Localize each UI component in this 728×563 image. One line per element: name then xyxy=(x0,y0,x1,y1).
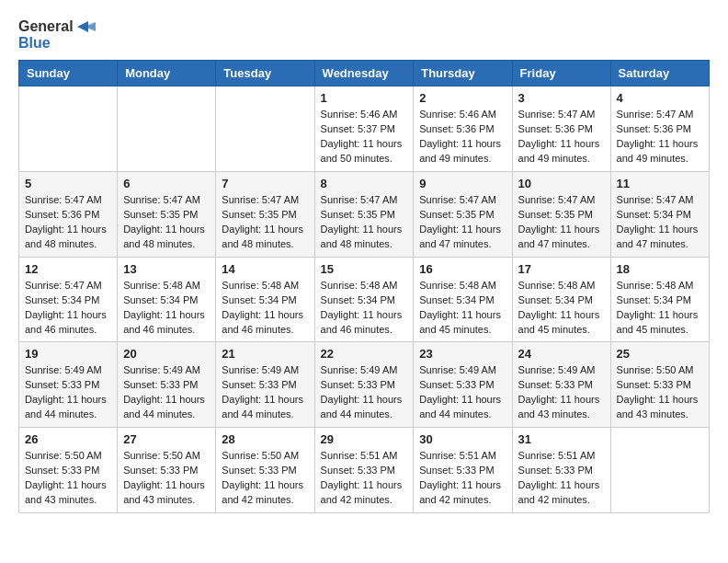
cell-content: Sunrise: 5:47 AMSunset: 5:36 PMDaylight:… xyxy=(518,108,605,167)
sunset-text: Sunset: 5:34 PM xyxy=(222,293,308,308)
cell-content: Sunrise: 5:47 AMSunset: 5:35 PMDaylight:… xyxy=(123,193,210,252)
sunrise-text: Sunrise: 5:48 AM xyxy=(321,279,408,293)
calendar-week-row: 5Sunrise: 5:47 AMSunset: 5:36 PMDaylight… xyxy=(19,171,710,257)
sunrise-text: Sunrise: 5:47 AM xyxy=(518,108,605,122)
day-number: 2 xyxy=(419,91,506,105)
calendar-week-row: 19Sunrise: 5:49 AMSunset: 5:33 PMDayligh… xyxy=(19,342,710,428)
sunrise-text: Sunrise: 5:48 AM xyxy=(617,279,703,293)
sunrise-text: Sunrise: 5:47 AM xyxy=(222,193,308,208)
sunrise-text: Sunrise: 5:47 AM xyxy=(617,108,703,122)
cell-content: Sunrise: 5:48 AMSunset: 5:34 PMDaylight:… xyxy=(518,279,605,338)
sunrise-text: Sunrise: 5:48 AM xyxy=(419,279,506,293)
cell-content: Sunrise: 5:47 AMSunset: 5:35 PMDaylight:… xyxy=(321,193,408,252)
day-number: 23 xyxy=(419,347,506,361)
calendar-cell: 13Sunrise: 5:48 AMSunset: 5:34 PMDayligh… xyxy=(118,257,216,342)
sunset-text: Sunset: 5:33 PM xyxy=(617,378,703,393)
daylight-text: Daylight: 11 hours and 42 minutes. xyxy=(321,478,408,508)
sunset-text: Sunset: 5:36 PM xyxy=(25,208,111,223)
day-number: 15 xyxy=(321,262,408,276)
sunset-text: Sunset: 5:33 PM xyxy=(25,378,111,393)
sunset-text: Sunset: 5:35 PM xyxy=(222,208,308,223)
calendar-cell: 24Sunrise: 5:49 AMSunset: 5:33 PMDayligh… xyxy=(512,342,610,428)
day-number: 10 xyxy=(518,177,605,190)
daylight-text: Daylight: 11 hours and 46 minutes. xyxy=(321,308,408,338)
sunrise-text: Sunrise: 5:47 AM xyxy=(518,193,605,208)
sunset-text: Sunset: 5:33 PM xyxy=(419,378,506,393)
daylight-text: Daylight: 11 hours and 43 minutes. xyxy=(617,393,703,422)
sunrise-text: Sunrise: 5:47 AM xyxy=(321,193,408,208)
logo-container: General Blue xyxy=(18,18,96,51)
sunset-text: Sunset: 5:34 PM xyxy=(25,293,111,308)
cell-content: Sunrise: 5:49 AMSunset: 5:33 PMDaylight:… xyxy=(123,363,210,422)
calendar-cell: 23Sunrise: 5:49 AMSunset: 5:33 PMDayligh… xyxy=(414,342,512,428)
calendar-cell: 9Sunrise: 5:47 AMSunset: 5:35 PMDaylight… xyxy=(414,171,512,257)
cell-content: Sunrise: 5:46 AMSunset: 5:36 PMDaylight:… xyxy=(419,108,506,167)
sunset-text: Sunset: 5:34 PM xyxy=(617,208,703,223)
logo-bird-icon xyxy=(75,19,96,34)
sunrise-text: Sunrise: 5:50 AM xyxy=(617,363,703,378)
sunrise-text: Sunrise: 5:47 AM xyxy=(419,193,506,208)
day-number: 14 xyxy=(222,262,308,276)
calendar-cell: 20Sunrise: 5:49 AMSunset: 5:33 PMDayligh… xyxy=(118,342,216,428)
cell-content: Sunrise: 5:50 AMSunset: 5:33 PMDaylight:… xyxy=(123,449,210,508)
cell-content: Sunrise: 5:50 AMSunset: 5:33 PMDaylight:… xyxy=(222,449,308,508)
sunrise-text: Sunrise: 5:50 AM xyxy=(123,449,210,464)
day-number: 21 xyxy=(222,347,308,361)
calendar-cell: 6Sunrise: 5:47 AMSunset: 5:35 PMDaylight… xyxy=(118,171,216,257)
day-number: 24 xyxy=(518,347,605,361)
sunrise-text: Sunrise: 5:48 AM xyxy=(123,279,210,293)
day-number: 8 xyxy=(321,177,408,190)
calendar-cell: 11Sunrise: 5:47 AMSunset: 5:34 PMDayligh… xyxy=(610,171,709,257)
cell-content: Sunrise: 5:49 AMSunset: 5:33 PMDaylight:… xyxy=(222,363,308,422)
day-number: 20 xyxy=(123,347,210,361)
calendar-cell: 21Sunrise: 5:49 AMSunset: 5:33 PMDayligh… xyxy=(216,342,314,428)
calendar-cell: 7Sunrise: 5:47 AMSunset: 5:35 PMDaylight… xyxy=(216,171,314,257)
day-number: 17 xyxy=(518,262,605,276)
day-number: 13 xyxy=(123,262,210,276)
cell-content: Sunrise: 5:48 AMSunset: 5:34 PMDaylight:… xyxy=(419,279,506,338)
calendar-cell: 19Sunrise: 5:49 AMSunset: 5:33 PMDayligh… xyxy=(19,342,118,428)
daylight-text: Daylight: 11 hours and 43 minutes. xyxy=(25,478,111,508)
sunset-text: Sunset: 5:33 PM xyxy=(321,464,408,478)
daylight-text: Daylight: 11 hours and 48 minutes. xyxy=(123,223,210,252)
cell-content: Sunrise: 5:47 AMSunset: 5:36 PMDaylight:… xyxy=(617,108,703,167)
calendar-cell: 15Sunrise: 5:48 AMSunset: 5:34 PMDayligh… xyxy=(314,257,414,342)
daylight-text: Daylight: 11 hours and 44 minutes. xyxy=(222,393,308,422)
calendar-cell: 28Sunrise: 5:50 AMSunset: 5:33 PMDayligh… xyxy=(216,428,314,513)
weekday-header-friday: Friday xyxy=(512,61,610,86)
sunrise-text: Sunrise: 5:51 AM xyxy=(321,449,408,464)
daylight-text: Daylight: 11 hours and 46 minutes. xyxy=(123,308,210,338)
calendar-cell: 22Sunrise: 5:49 AMSunset: 5:33 PMDayligh… xyxy=(314,342,414,428)
calendar-cell: 2Sunrise: 5:46 AMSunset: 5:36 PMDaylight… xyxy=(414,86,512,172)
day-number: 28 xyxy=(222,432,308,446)
cell-content: Sunrise: 5:50 AMSunset: 5:33 PMDaylight:… xyxy=(617,363,703,422)
sunset-text: Sunset: 5:36 PM xyxy=(419,122,506,137)
daylight-text: Daylight: 11 hours and 45 minutes. xyxy=(518,308,605,338)
weekday-header-saturday: Saturday xyxy=(610,61,709,86)
sunset-text: Sunset: 5:37 PM xyxy=(321,122,408,137)
calendar-cell: 10Sunrise: 5:47 AMSunset: 5:35 PMDayligh… xyxy=(512,171,610,257)
cell-content: Sunrise: 5:47 AMSunset: 5:34 PMDaylight:… xyxy=(25,279,111,338)
sunrise-text: Sunrise: 5:47 AM xyxy=(25,279,111,293)
sunset-text: Sunset: 5:35 PM xyxy=(518,208,605,223)
cell-content: Sunrise: 5:47 AMSunset: 5:35 PMDaylight:… xyxy=(419,193,506,252)
calendar-cell: 4Sunrise: 5:47 AMSunset: 5:36 PMDaylight… xyxy=(610,86,709,172)
daylight-text: Daylight: 11 hours and 47 minutes. xyxy=(617,223,703,252)
day-number: 29 xyxy=(321,432,408,446)
day-number: 6 xyxy=(123,177,210,190)
sunset-text: Sunset: 5:34 PM xyxy=(419,293,506,308)
cell-content: Sunrise: 5:51 AMSunset: 5:33 PMDaylight:… xyxy=(518,449,605,508)
logo-blue-text: Blue xyxy=(18,35,96,52)
daylight-text: Daylight: 11 hours and 48 minutes. xyxy=(321,223,408,252)
day-number: 25 xyxy=(617,347,703,361)
daylight-text: Daylight: 11 hours and 44 minutes. xyxy=(123,393,210,422)
cell-content: Sunrise: 5:48 AMSunset: 5:34 PMDaylight:… xyxy=(321,279,408,338)
daylight-text: Daylight: 11 hours and 44 minutes. xyxy=(419,393,506,422)
calendar-cell xyxy=(216,86,314,172)
daylight-text: Daylight: 11 hours and 42 minutes. xyxy=(419,478,506,508)
cell-content: Sunrise: 5:47 AMSunset: 5:35 PMDaylight:… xyxy=(518,193,605,252)
day-number: 22 xyxy=(321,347,408,361)
logo: General Blue xyxy=(18,18,96,51)
sunrise-text: Sunrise: 5:47 AM xyxy=(25,193,111,208)
weekday-header-monday: Monday xyxy=(118,61,216,86)
